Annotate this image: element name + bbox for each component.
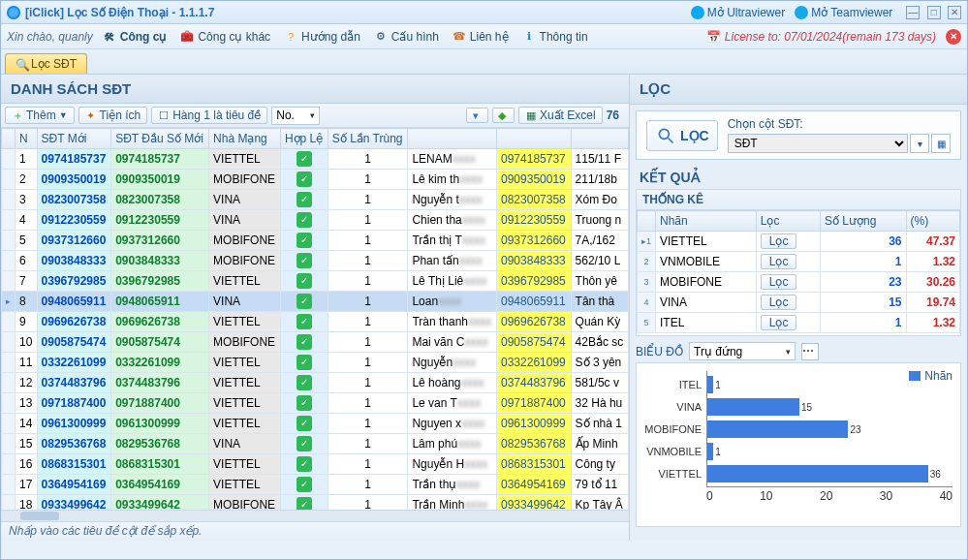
- table-row[interactable]: 1203744837960374483796VIETTEL✓1Lê hoàngx…: [2, 373, 629, 393]
- close-tab-button[interactable]: ✕: [946, 29, 961, 45]
- table-row[interactable]: 409122305590912230559VINA✓1Chien thaxxxx…: [2, 210, 629, 231]
- calendar-icon: 📅: [706, 30, 721, 44]
- minimize-button[interactable]: —: [906, 6, 920, 19]
- cell-nha-mang: MOBIFONE: [209, 231, 281, 251]
- cell-sdt-moi: 0937312660: [37, 231, 111, 251]
- table-row[interactable]: 909696267380969626738VIETTEL✓1Tràn thanh…: [2, 312, 629, 332]
- column-combo[interactable]: No.▾: [271, 107, 320, 125]
- table-row[interactable]: 109741857370974185737VIETTEL✓1LENAMxxxx0…: [2, 149, 629, 170]
- table-row[interactable]: 1809334996420933499642MOBIFONE✓1Trần Min…: [2, 495, 629, 511]
- hang1-check[interactable]: ☐Hàng 1 là tiêu đề: [151, 107, 267, 124]
- cell-n: 15: [16, 434, 38, 454]
- grid-column-header[interactable]: Hợp Lệ: [280, 129, 328, 149]
- cell-sdt-moi: 0969626738: [37, 312, 111, 332]
- filter-funnel-button[interactable]: ▾: [466, 108, 488, 123]
- check-icon: ✓: [297, 395, 312, 411]
- kq-column-header[interactable]: Số Lượng: [821, 211, 907, 232]
- kq-row[interactable]: 5ITELLọc11.32: [638, 313, 960, 333]
- menu-lien-he[interactable]: ☎Liên hệ: [453, 30, 509, 44]
- chart-x-axis: 010203040: [706, 489, 952, 503]
- col-select[interactable]: SĐT: [728, 134, 908, 153]
- loc-button[interactable]: LỌC: [646, 120, 718, 151]
- maximize-button[interactable]: □: [927, 6, 941, 19]
- cell-so-lan-trung: 1: [328, 495, 408, 511]
- them-button[interactable]: ＋Thêm▼: [5, 107, 75, 124]
- filter-tag-button[interactable]: ◆: [492, 108, 515, 123]
- menu-thong-tin[interactable]: ℹThông tin: [522, 30, 588, 44]
- kq-row[interactable]: 2VNMOBILELọc11.32: [638, 252, 960, 272]
- xuat-excel-button[interactable]: ▦Xuất Excel: [518, 107, 603, 124]
- cell-n: 8: [16, 292, 38, 312]
- chart-type-combo[interactable]: Trụ đứng▾: [689, 342, 796, 360]
- grid-column-header[interactable]: [2, 129, 16, 149]
- cell-dia-chi: Tân thà: [571, 292, 628, 312]
- horizontal-scrollbar[interactable]: [1, 510, 629, 521]
- menu-cong-cu[interactable]: 🛠Công cụ: [103, 30, 168, 44]
- grid-toolbar: ＋Thêm▼ ✦Tiện ích ☐Hàng 1 là tiêu đề No.▾…: [1, 104, 629, 128]
- cell-sdt-moi: 0396792985: [37, 271, 111, 292]
- kq-row[interactable]: 4VINALọc1519.74: [638, 293, 960, 313]
- grid-column-header[interactable]: SĐT Mới: [37, 129, 111, 149]
- grid-column-header[interactable]: Số Lần Trùng: [328, 129, 408, 149]
- kq-row[interactable]: 3MOBIFONELọc2330.26: [638, 272, 960, 293]
- cell-nha-mang: VINA: [209, 210, 281, 231]
- table-row[interactable]: 1409613009990961300999VIETTEL✓1Nguyen xx…: [2, 414, 629, 434]
- menu-cong-cu-khac[interactable]: 🧰Công cụ khác: [180, 30, 270, 44]
- table-row[interactable]: 1009058754740905875474MOBIFONE✓1Mai văn …: [2, 332, 629, 353]
- table-row[interactable]: ▸809480659110948065911VINA✓1Loanxxxx0948…: [2, 292, 629, 312]
- table-row[interactable]: 703967929850396792985VIETTEL✓1Lê Thị Liê…: [2, 271, 629, 292]
- kq-column-header[interactable]: Lọc: [756, 211, 820, 232]
- help-icon: ?: [284, 30, 297, 44]
- table-row[interactable]: 308230073580823007358VINA✓1Nguyễn txxxx0…: [2, 190, 629, 210]
- table-row[interactable]: 1103322610990332261099VIETTEL✓1Nguyễnxxx…: [2, 353, 629, 373]
- cell-nha-mang: VIETTEL: [209, 393, 281, 414]
- kq-column-header[interactable]: [638, 211, 656, 232]
- menu-huong-dan[interactable]: ?Hướng dẫn: [284, 30, 360, 44]
- kq-column-header[interactable]: Nhãn: [656, 211, 757, 232]
- cell-hop-le: ✓: [280, 495, 328, 511]
- table-row[interactable]: 509373126600937312660MOBIFONE✓1Trần thị …: [2, 231, 629, 251]
- kq-row[interactable]: ▸1VIETTELLọc3647.37: [638, 232, 960, 252]
- cell-loc-btn[interactable]: Lọc: [756, 293, 820, 313]
- x-tick: 0: [706, 489, 713, 503]
- menu-cau-hinh[interactable]: ⚙Cấu hình: [374, 30, 439, 44]
- grid-scroll[interactable]: NSĐT MớiSĐT Đầu Số MớiNhà MạngHợp LệSố L…: [1, 128, 629, 510]
- grid-column-header[interactable]: Nhà Mạng: [209, 129, 281, 149]
- app-title: [iClick] Lọc Số Điện Thoại - 1.1.1.7: [25, 6, 691, 19]
- cell-loc-btn[interactable]: Lọc: [756, 272, 820, 293]
- cell-sdt-moi: 0909350019: [37, 170, 111, 190]
- cell-dia-chi: Truong n: [571, 210, 628, 231]
- cell-loc-btn[interactable]: Lọc: [756, 252, 820, 272]
- table-row[interactable]: 1608683153010868315301VIETTEL✓1Nguyễn Hx…: [2, 454, 629, 475]
- table-row[interactable]: 609038483330903848333MOBIFONE✓1Phan tấnx…: [2, 251, 629, 271]
- col-select-dropdown[interactable]: ▾: [910, 134, 929, 153]
- table-row[interactable]: 1508295367680829536768VINA✓1Lâm phúxxxx0…: [2, 434, 629, 454]
- cell-loc-btn[interactable]: Lọc: [756, 313, 820, 333]
- table-row[interactable]: 1309718874000971887400VIETTEL✓1Le van Tx…: [2, 393, 629, 414]
- tab-loc-sdt[interactable]: 🔍 Lọc SĐT: [5, 53, 87, 74]
- check-icon: ✓: [297, 436, 312, 451]
- kq-grid-scroll[interactable]: NhãnLọcSố Lượng(%) ▸1VIETTELLọc3647.372V…: [636, 210, 961, 336]
- open-ultraviewer[interactable]: Mở Ultraviewer: [691, 6, 785, 19]
- chart-label: BIỂU ĐỒ: [636, 345, 683, 358]
- grid-column-header[interactable]: N: [16, 129, 38, 149]
- table-row[interactable]: 1703649541690364954169VIETTEL✓1Trần thụx…: [2, 475, 629, 495]
- grid-column-header[interactable]: [571, 129, 628, 149]
- tienich-button[interactable]: ✦Tiện ích: [78, 107, 148, 124]
- open-teamviewer[interactable]: Mở Teamviewer: [795, 6, 892, 19]
- cell-so-luong: 1: [821, 252, 907, 272]
- cell-dia-chi: Quán Kỳ: [571, 312, 628, 332]
- kq-column-header[interactable]: (%): [906, 211, 959, 232]
- col-select-grid[interactable]: ▦: [931, 134, 951, 153]
- cell-nha-mang: VINA: [209, 292, 281, 312]
- grid-column-header[interactable]: [408, 129, 497, 149]
- row-indicator: [2, 393, 16, 414]
- close-button[interactable]: ✕: [948, 6, 961, 19]
- grid-column-header[interactable]: SĐT Đầu Số Mới: [111, 129, 209, 149]
- grid-column-header[interactable]: [497, 129, 572, 149]
- cell-ten: Nguyen xxxxx: [408, 414, 497, 434]
- cell-pct: 19.74: [906, 293, 959, 313]
- chart-settings-button[interactable]: ⋯: [801, 343, 819, 360]
- cell-loc-btn[interactable]: Lọc: [756, 232, 820, 252]
- table-row[interactable]: 209093500190909350019MOBIFONE✓1Lê kim th…: [2, 170, 629, 190]
